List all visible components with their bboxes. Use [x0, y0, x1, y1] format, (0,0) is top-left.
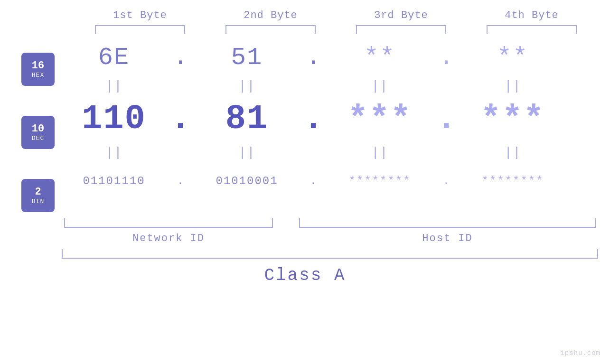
bin-dot3: . [432, 175, 460, 187]
host-bracket [299, 218, 596, 228]
top-brackets [75, 25, 597, 34]
main-container: 1st Byte 2nd Byte 3rd Byte 4th Byte 16 H… [0, 0, 610, 364]
hex-b2: 51 [195, 44, 299, 72]
hex-dot2: . [299, 44, 328, 72]
dec-row: 110 . 81 . *** . *** [62, 95, 598, 143]
hex-badge-number: 16 [32, 60, 44, 72]
dec-b2: 81 [195, 100, 299, 139]
byte3-label: 3rd Byte [349, 9, 453, 21]
id-brackets [62, 218, 598, 228]
values-grid: 6E . 51 . ** . ** [62, 38, 598, 216]
bracket-byte4 [487, 25, 577, 34]
full-bracket [62, 249, 598, 259]
hex-badge-label: HEX [32, 72, 44, 79]
hex-dot3: . [432, 44, 460, 72]
bin-badge-label: BIN [32, 198, 44, 205]
eq2-b2: || [195, 145, 299, 160]
dec-badge-label: DEC [32, 135, 44, 142]
hex-dot1: . [166, 44, 195, 72]
dec-dot2: . [299, 100, 328, 139]
bin-badge-number: 2 [35, 186, 41, 198]
dec-b3: *** [328, 100, 432, 139]
hex-b1: 6E [62, 44, 166, 72]
watermark: ipshu.com [560, 349, 601, 357]
bin-dot1: . [166, 175, 195, 187]
badges-column: 16 HEX 10 DEC 2 BIN [0, 38, 62, 216]
bracket-byte3 [356, 25, 446, 34]
id-labels: Network ID Host ID [62, 233, 598, 244]
hex-row: 6E . 51 . ** . ** [62, 38, 598, 76]
byte1-label: 1st Byte [88, 9, 192, 21]
bin-b2: 01010001 [195, 175, 299, 187]
dec-b4: *** [460, 100, 565, 139]
eq1-b1: || [62, 79, 166, 93]
hex-badge: 16 HEX [21, 53, 55, 86]
network-id-label: Network ID [64, 233, 273, 244]
bin-row: 01101110 . 01010001 . ******** . [62, 162, 598, 200]
hex-b3: ** [328, 44, 432, 72]
bracket-byte2 [225, 25, 316, 34]
byte-headers: 1st Byte 2nd Byte 3rd Byte 4th Byte [75, 9, 597, 21]
dec-dot1: . [166, 100, 195, 139]
bin-b3: ******** [328, 175, 432, 187]
eq1-b3: || [328, 79, 432, 93]
eq2-b3: || [328, 145, 432, 160]
byte2-label: 2nd Byte [218, 9, 323, 21]
eq1-b2: || [195, 79, 299, 93]
class-label: Class A [264, 266, 346, 285]
dec-b1: 110 [62, 100, 166, 139]
bin-b4: ******** [460, 175, 565, 187]
bin-badge: 2 BIN [21, 179, 55, 212]
bin-dot2: . [299, 175, 328, 187]
bin-b1: 01101110 [62, 175, 166, 187]
eq2-b1: || [62, 145, 166, 160]
eq-row-1: || || || || [62, 76, 598, 95]
network-bracket [64, 218, 273, 228]
byte4-label: 4th Byte [479, 9, 584, 21]
eq1-b4: || [460, 79, 565, 93]
eq2-b4: || [460, 145, 565, 160]
dec-dot3: . [432, 100, 460, 139]
host-id-label: Host ID [299, 233, 596, 244]
hex-b4: ** [460, 44, 565, 72]
bracket-byte1 [95, 25, 185, 34]
dec-badge-number: 10 [32, 123, 44, 135]
dec-badge: 10 DEC [21, 116, 55, 149]
eq-row-2: || || || || [62, 143, 598, 162]
